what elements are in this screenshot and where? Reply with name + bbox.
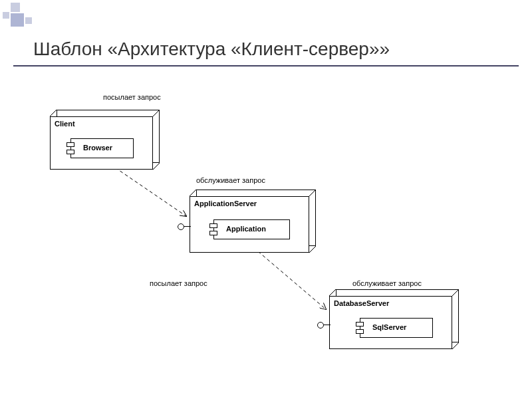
svg-line-7 — [309, 246, 316, 253]
label-send-2: посылает запрос — [150, 279, 207, 287]
label-serve-1: обслуживает запрос — [196, 176, 265, 184]
svg-line-5 — [190, 190, 196, 196]
svg-line-10 — [452, 342, 459, 349]
interface-db-icon — [317, 321, 331, 329]
svg-line-0 — [115, 168, 186, 216]
label-serve-2: обслуживает запрос — [352, 279, 422, 287]
svg-line-8 — [329, 289, 336, 296]
svg-line-1 — [258, 251, 326, 309]
svg-line-2 — [50, 110, 57, 116]
slide-corner-decoration — [3, 3, 43, 29]
diagram-stage: посылает запрос обслуживает запрос посыл… — [0, 73, 532, 399]
svg-line-9 — [452, 289, 459, 296]
title-underline — [13, 65, 519, 66]
interface-app-icon — [178, 223, 191, 231]
node-dbserver-edges — [329, 289, 462, 352]
svg-line-3 — [153, 110, 160, 116]
slide-title: Шаблон «Архитектура «Клиент-сервер»» — [33, 39, 390, 60]
node-client-edges — [50, 110, 163, 173]
node-appserver-edges — [190, 190, 319, 256]
label-send-1: посылает запрос — [103, 93, 161, 101]
svg-line-4 — [153, 163, 160, 170]
svg-line-6 — [309, 190, 316, 196]
